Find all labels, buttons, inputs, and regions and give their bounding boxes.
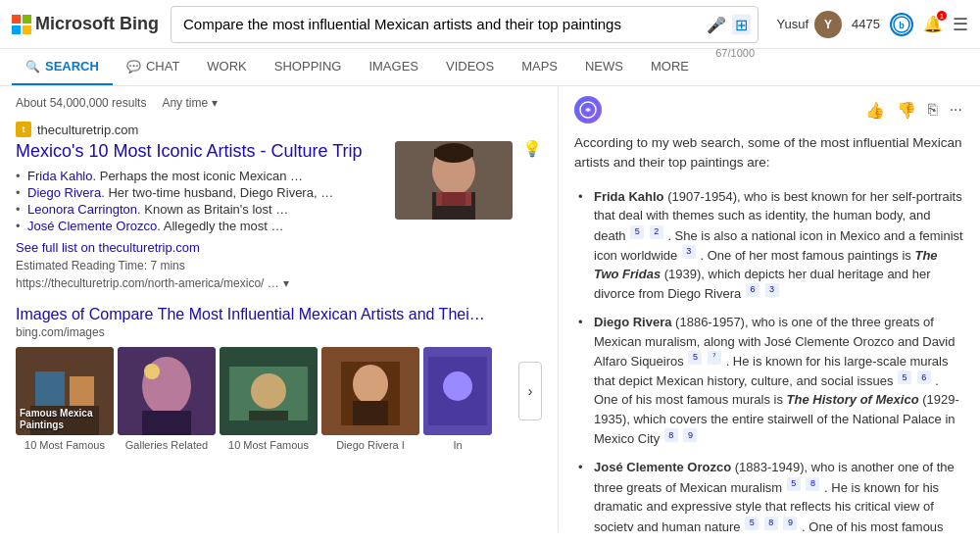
char-count: 67/1000 [715,47,755,59]
bing-logo: Microsoft Bing [12,14,159,34]
ai-intro-text: According to my web search, some of the … [574,133,964,173]
bing-text: Microsoft Bing [35,14,159,34]
images-source: bing.com/images [16,325,542,339]
image-thumb-5[interactable] [423,347,492,435]
cite-7[interactable]: ⁷ [708,351,721,365]
svg-point-27 [353,365,388,404]
artist-dates-kahlo: (1907-1954) [667,189,737,204]
artist-link-orozco[interactable]: José Clemente Orozco [27,219,157,233]
list-item: Diego Rivera. Her two-time husband, Dieg… [16,184,385,201]
tab-videos[interactable]: VIDEOS [432,49,508,85]
notifications[interactable]: 🔔 1 [923,15,943,33]
culture-trip-result: t theculturetrip.com Mexico's 10 Most Ic… [16,122,542,290]
time-filter[interactable]: Any time ▾ [162,96,218,110]
tab-images[interactable]: IMAGES [355,49,432,85]
tab-shopping[interactable]: SHOPPING [261,49,356,85]
user-area[interactable]: Yusuf Y [777,11,843,38]
cite-5d[interactable]: 5 [787,477,801,491]
tab-maps[interactable]: MAPS [508,49,571,85]
cite-8c[interactable]: 8 [764,517,778,530]
cite-5[interactable]: 5 [630,225,644,239]
see-full-list-link[interactable]: See full list on theculturetrip.com [16,240,385,255]
artist-link-kahlo[interactable]: Frida Kahlo [27,169,92,183]
more-tab-label: MORE [651,59,689,74]
shopping-tab-label: SHOPPING [274,59,342,74]
tab-search[interactable]: 🔍 SEARCH [12,49,113,85]
images-section-title[interactable]: Images of Compare The Most Influential M… [16,306,542,323]
notification-badge: 1 [937,11,947,21]
tab-work[interactable]: WORK [193,49,260,85]
header-right: Yusuf Y 4475 b 🔔 1 ☰ [777,11,968,38]
cite-9[interactable]: 9 [683,428,697,442]
more-options-button[interactable]: ··· [948,99,964,121]
bullet-list: Frida Kahlo. Perhaps the most iconic Mex… [16,168,385,234]
artist-dates-rivera: (1886-1957) [675,315,745,329]
ai-artist-list: Frida Kahlo (1907-1954), who is best kno… [574,183,964,532]
image-thumb-4[interactable] [321,347,419,435]
list-item: Frida Kahlo. Perhaps the most iconic Mex… [16,168,385,184]
svg-rect-24 [249,411,288,420]
header: Microsoft Bing 🎤 ⊞ 67/1000 Yusuf Y 4475 … [0,0,980,49]
image-captions: 10 Most Famous Galleries Related 10 Most… [16,439,542,451]
svg-rect-28 [353,401,388,425]
svg-point-20 [144,364,160,379]
work-tab-label: WORK [207,59,246,74]
search-icons: 🎤 ⊞ [707,14,751,34]
search-input[interactable] [171,6,759,43]
tab-more[interactable]: MORE [637,49,703,85]
img-cap-2: Galleries Related [118,439,216,451]
next-button[interactable]: › [518,362,542,420]
cite-2[interactable]: 2 [650,225,663,239]
cite-3a[interactable]: 3 [765,283,779,297]
result-image [395,141,513,220]
menu-icon[interactable]: ☰ [953,14,968,35]
thumbs-up-button[interactable]: 👍 [863,99,887,122]
cite-8[interactable]: 8 [664,428,678,442]
result-url: https://theculturetrip.com/north-america… [16,276,279,290]
tab-news[interactable]: NEWS [571,49,637,85]
svg-rect-2 [12,25,21,34]
expand-icon[interactable]: ▾ [283,276,289,290]
artwork-two-fridas: The Two Fridas [594,247,938,281]
artist-link-rivera[interactable]: Diego Rivera [27,185,101,200]
share-button[interactable]: ⎘ [926,99,940,121]
news-tab-label: NEWS [585,59,623,74]
site-line: t theculturetrip.com [16,122,542,137]
search-bar-container: 🎤 ⊞ 67/1000 [171,6,759,43]
svg-text:b: b [899,21,905,30]
cite-3[interactable]: 3 [682,245,696,259]
tab-chat[interactable]: 💬 CHAT [113,49,193,85]
microphone-icon[interactable]: 🎤 [707,15,726,33]
image-thumb-2[interactable] [118,347,216,435]
cite-5b[interactable]: 5 [688,351,702,365]
cite-6a[interactable]: 6 [746,283,760,297]
result-title[interactable]: Mexico's 10 Most Iconic Artists - Cultur… [16,141,385,162]
search-tab-label: SEARCH [45,59,99,74]
list-item: José Clemente Orozco. Allegedly the most… [16,218,385,234]
image-thumb-3[interactable] [220,347,318,435]
artist-link-carrington[interactable]: Leonora Carrington [27,202,137,217]
left-panel: About 54,000,000 results Any time ▾ t th… [0,86,559,531]
images-tab-label: IMAGES [368,59,418,74]
thumbs-down-button[interactable]: 👎 [895,99,918,122]
cite-8b[interactable]: 8 [806,477,819,491]
microsoft-icon [12,15,31,34]
cite-9b[interactable]: 9 [783,517,797,530]
camera-icon[interactable]: ⊞ [732,14,751,34]
cite-6b[interactable]: 6 [917,370,931,384]
image-thumb-1[interactable]: Famous MexicaPaintings [16,347,114,435]
lightbulb-icon[interactable]: 💡 [522,139,542,158]
cite-5c[interactable]: 5 [898,370,911,384]
search-tab-icon: 🔍 [25,60,40,74]
artist-name-orozco: José Clemente Orozco [594,460,731,474]
reward-icon[interactable]: b [890,13,913,36]
chevron-down-icon: ▾ [212,96,218,110]
svg-rect-3 [23,25,31,34]
artwork-history-mexico: The History of Mexico [787,392,919,407]
cite-5e[interactable]: 5 [745,517,759,530]
artist-dates-orozco: (1883-1949) [735,460,805,474]
artist-name-kahlo: Frida Kahlo [594,189,664,204]
points-display: 4475 [852,17,880,31]
main-content: About 54,000,000 results Any time ▾ t th… [0,86,980,531]
list-item: Leonora Carrington. Known as Britain's l… [16,201,385,218]
